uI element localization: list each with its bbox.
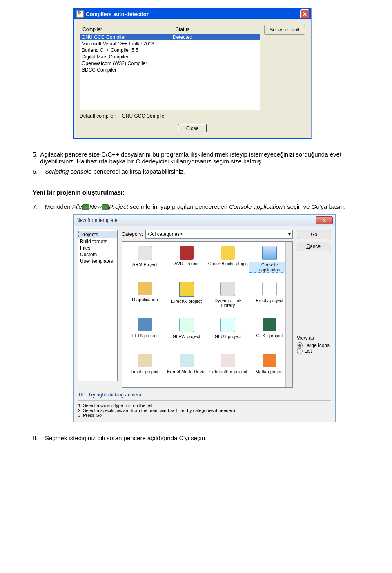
new-from-template-dialog: New from template ✕ ProjectsBuild target… [74, 214, 336, 422]
template-item[interactable]: Kernel Mode Driver [166, 352, 207, 387]
wizard-type-item[interactable]: Custom [78, 251, 117, 258]
compiler-name: SDCC Compiler [80, 67, 171, 73]
template-label: Dynamic Link Library [208, 298, 249, 308]
template-label: Irrlicht project [131, 369, 158, 374]
wizard-type-item[interactable]: Projects [78, 231, 117, 238]
go-button[interactable]: Go [297, 230, 331, 239]
compiler-row[interactable]: Digital Mars Compiler [80, 54, 260, 60]
template-icon [220, 282, 235, 296]
template-label: Code::Blocks plugin [208, 261, 248, 266]
compiler-list[interactable]: Compiler Status GNU GCC CompilerDetected… [80, 25, 260, 110]
template-item[interactable]: Matlab project [249, 352, 290, 387]
compiler-row[interactable]: GNU GCC CompilerDetected [80, 34, 260, 40]
col-compiler-header[interactable]: Compiler [80, 25, 173, 34]
footer-steps: 1. Select a wizard type first on the lef… [78, 400, 331, 418]
compiler-row[interactable]: Borland C++ Compiler 5.5 [80, 47, 260, 54]
step-number: 5. [33, 151, 40, 165]
template-icon [179, 282, 194, 297]
console-application-term: Console application [229, 203, 283, 210]
view-list-radio[interactable]: List [297, 348, 331, 354]
template-label: Console application [249, 262, 290, 273]
radio-icon [297, 348, 303, 354]
step-number: 8. [33, 434, 45, 441]
template-item[interactable]: GLUT project [208, 316, 249, 351]
template-label: GLFW project [173, 334, 200, 339]
template-label: FLTK project [132, 333, 158, 338]
tip-line: TIP: Try right-clicking an item [74, 390, 335, 398]
template-label: AVR Project [174, 261, 198, 266]
compilers-dialog: Compilers auto-detection ✕ Compiler Stat… [74, 8, 311, 139]
col-status-header[interactable]: Status [173, 25, 215, 34]
section-heading: Yeni bir projenin oluşturulması: [33, 189, 359, 196]
category-value: <All categories> [147, 231, 183, 237]
template-icon [179, 318, 194, 332]
wizard-type-item[interactable]: User templates [78, 258, 117, 264]
template-icon [138, 246, 152, 260]
category-combobox[interactable]: <All categories> ▾ [145, 230, 293, 239]
template-label: Matlab project [256, 369, 284, 374]
template-label: ARM Project [132, 262, 158, 267]
footer-step: 1. Select a wizard type first on the lef… [78, 403, 331, 408]
template-icon [221, 246, 235, 260]
compiler-status [171, 67, 260, 73]
window-title: New from template [76, 217, 316, 223]
template-icon [221, 354, 235, 367]
template-label: GTK+ project [256, 333, 283, 338]
wizard-type-item[interactable]: Files [78, 245, 117, 251]
footer-step: 3. Press Go [78, 413, 331, 418]
template-grid[interactable]: ARM ProjectAVR ProjectCode::Blocks plugi… [122, 241, 293, 388]
dialog-body: Compiler Status GNU GCC CompilerDetected… [74, 19, 311, 138]
template-item[interactable]: Console application [249, 244, 290, 279]
step-number: 6. [33, 168, 45, 175]
close-icon[interactable]: ✕ [300, 9, 309, 18]
scripting-console-term: Scripting console [45, 168, 91, 175]
titlebar: Compilers auto-detection ✕ [74, 9, 311, 19]
compiler-row[interactable]: OpenWatcom (W32) Compiler [80, 60, 260, 67]
view-as-group: View as Large icons List [297, 335, 331, 354]
template-icon [220, 318, 235, 332]
template-item[interactable]: Code::Blocks plugin [208, 244, 249, 279]
template-icon [138, 354, 152, 367]
chevron-down-icon: ▾ [288, 231, 291, 237]
window-title: Compilers auto-detection [86, 11, 300, 17]
step-body: Seçmek istediğiniz dili soran pencere aç… [45, 434, 207, 441]
step-body: Menüden File→New→Project seçimlerini yap… [45, 203, 345, 210]
template-item[interactable]: FLTK project [125, 316, 165, 351]
set-default-button[interactable]: Set as default [264, 25, 305, 35]
template-item[interactable]: D application [125, 280, 165, 315]
compiler-row[interactable]: SDCC Compiler [80, 67, 260, 73]
compiler-name: OpenWatcom (W32) Compiler [80, 60, 171, 66]
template-item[interactable]: Irrlicht project [125, 352, 165, 387]
template-item[interactable]: Direct/X project [166, 280, 207, 315]
close-icon[interactable]: ✕ [316, 216, 333, 224]
compiler-status: Detected [171, 34, 260, 40]
view-large-radio[interactable]: Large icons [297, 342, 331, 348]
template-label: Lightfeather project [209, 369, 247, 374]
compiler-status [171, 41, 260, 47]
menu-file: File [72, 203, 82, 210]
compiler-row[interactable]: Microsoft Visual C++ Toolkit 2003 [80, 40, 260, 47]
template-item[interactable]: ARM Project [125, 244, 165, 279]
template-item[interactable]: AVR Project [166, 244, 207, 279]
template-label: Direct/X project [171, 299, 202, 304]
wizard-type-list[interactable]: ProjectsBuild targetsFilesCustomUser tem… [78, 230, 118, 381]
compiler-name: Microsoft Visual C++ Toolkit 2003 [80, 41, 171, 47]
compiler-status [171, 47, 260, 53]
close-button[interactable]: Close [178, 124, 207, 132]
go-term: Go [312, 203, 320, 210]
template-item[interactable]: Lightfeather project [208, 352, 249, 387]
template-label: D application [132, 297, 158, 302]
step-number: 7. [33, 203, 45, 210]
template-icon [180, 246, 194, 260]
template-item[interactable]: GLFW project [166, 316, 207, 351]
wizard-type-item[interactable]: Build targets [78, 238, 117, 245]
template-icon [138, 282, 152, 295]
radio-icon [297, 342, 303, 348]
template-item[interactable]: Empty project [249, 280, 290, 315]
cancel-button[interactable]: Cancel [297, 242, 331, 251]
compiler-status [171, 60, 260, 66]
step-6: 6. Scripting console penceresi açılırsa … [33, 168, 359, 175]
template-item[interactable]: GTK+ project [249, 316, 290, 351]
template-item[interactable]: Dynamic Link Library [208, 280, 249, 315]
app-icon [76, 10, 84, 18]
